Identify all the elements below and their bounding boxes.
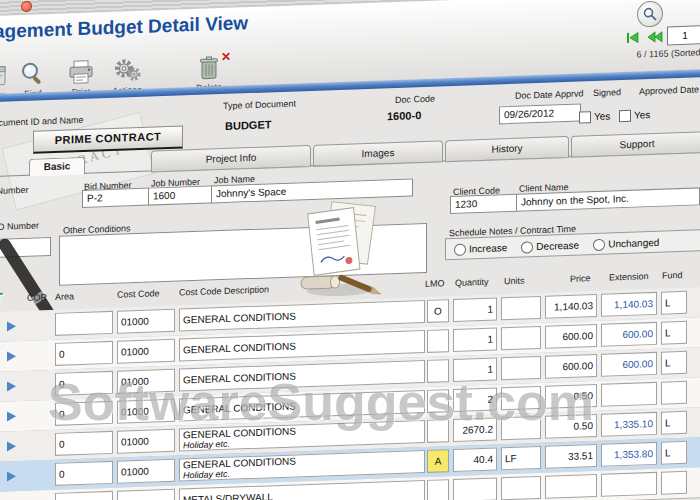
quantity-cell[interactable]: 40.4 xyxy=(453,447,497,472)
col-header-cost-code: Cost Code xyxy=(117,288,160,299)
cost-code-cell[interactable] xyxy=(117,489,175,500)
col-header-lmo: LMO xyxy=(425,278,445,289)
units-cell[interactable]: LF xyxy=(501,446,541,470)
fund-cell[interactable] xyxy=(661,471,687,495)
area-cell[interactable]: 0 xyxy=(55,341,113,366)
col-header-cor: COR xyxy=(27,292,47,303)
lmo-cell[interactable] xyxy=(427,479,449,500)
extension-cell: 1,335.10 xyxy=(601,412,657,437)
fund-cell[interactable]: L xyxy=(661,291,687,315)
lmo-cell[interactable]: A xyxy=(427,449,449,473)
cost-code-cell[interactable]: 01000 xyxy=(117,309,175,334)
col-header-price: Price xyxy=(570,273,591,284)
quantity-cell[interactable] xyxy=(453,477,497,500)
area-cell[interactable] xyxy=(55,491,113,500)
extension-cell xyxy=(601,472,657,497)
previous-record-icon xyxy=(647,30,663,43)
record-number-input[interactable] xyxy=(667,25,700,45)
contract-clipart xyxy=(297,196,383,299)
row-expand-triangle[interactable] xyxy=(7,471,16,481)
find-icon xyxy=(20,60,46,87)
price-cell[interactable]: 33.51 xyxy=(545,444,597,469)
bid-number-field[interactable]: P-2 xyxy=(82,188,150,208)
decrease-radio[interactable] xyxy=(521,241,533,253)
quantity-cell[interactable]: 1 xyxy=(453,327,497,352)
units-cell[interactable] xyxy=(501,476,541,500)
col-header-area: Area xyxy=(55,291,74,302)
window-close-button[interactable] xyxy=(21,1,32,12)
area-cell[interactable]: 0 xyxy=(55,461,113,486)
cost-code-cell[interactable]: 01000 xyxy=(117,429,175,454)
unchanged-radio-label: Unchanged xyxy=(608,237,659,250)
delete-x-icon: ✕ xyxy=(221,50,231,64)
apprvd-checkbox-group: Yes xyxy=(579,106,610,125)
cost-code-cell[interactable]: 01000 xyxy=(117,459,175,484)
extension-cell xyxy=(601,382,657,407)
col-header-extension: Extension xyxy=(609,271,649,282)
description-cell[interactable]: GENERAL CONDITIONS Holiday etc. xyxy=(179,450,425,482)
tab-support[interactable]: Support xyxy=(571,131,700,158)
increase-radio-label: Increase xyxy=(469,242,507,254)
first-record-button[interactable] xyxy=(625,30,643,45)
lmo-cell[interactable]: O xyxy=(427,299,449,323)
col-header-fund: Fund xyxy=(662,270,683,281)
type-of-document-value: BUDGET xyxy=(225,118,271,132)
actions-gears-icon xyxy=(113,57,141,84)
price-cell[interactable]: 1,140.03 xyxy=(545,294,597,319)
extension-cell: 1,353.80 xyxy=(601,442,657,467)
fund-cell[interactable] xyxy=(661,381,687,405)
description-cell[interactable]: GENERAL CONDITIONS xyxy=(179,300,425,332)
doc-id-label: Document ID and Name xyxy=(0,115,84,128)
fund-cell[interactable]: L xyxy=(661,351,687,375)
col-header-quantity: Quantity xyxy=(455,277,489,288)
price-cell[interactable] xyxy=(545,474,597,499)
increase-radio[interactable] xyxy=(454,243,466,255)
cost-code-cell[interactable]: 01000 xyxy=(117,339,175,364)
softwaresuggest-watermark: SoftwareSuggest.com xyxy=(48,372,594,432)
type-of-document-label: Type of Document xyxy=(223,98,296,111)
col-header-units: Units xyxy=(504,275,525,286)
fund-cell[interactable]: L xyxy=(661,411,687,435)
row-expand-triangle[interactable] xyxy=(7,411,16,421)
fund-cell[interactable]: L xyxy=(661,321,687,345)
view-icon xyxy=(0,64,7,89)
quantity-cell[interactable]: 1 xyxy=(453,297,497,322)
increase-radio-item[interactable]: Increase xyxy=(454,238,507,258)
doc-code-value: 1600-0 xyxy=(387,109,421,122)
units-cell[interactable] xyxy=(501,326,541,350)
lmo-cell[interactable] xyxy=(427,329,449,353)
tab-images[interactable]: Images xyxy=(313,140,443,167)
unchanged-radio[interactable] xyxy=(593,238,605,250)
doc-date-field[interactable]: 09/26/2012 xyxy=(499,104,581,125)
client-code-field[interactable]: 1230 xyxy=(450,194,520,214)
apprvd-checkbox[interactable] xyxy=(579,111,591,123)
tab-basic[interactable]: Basic xyxy=(29,157,85,177)
row-expand-triangle[interactable] xyxy=(7,381,16,391)
apprvd-label: Apprvd xyxy=(555,88,584,99)
unchanged-radio-item[interactable]: Unchanged xyxy=(593,233,659,253)
decrease-radio-item[interactable]: Decrease xyxy=(521,236,579,256)
previous-record-button[interactable] xyxy=(646,29,664,44)
delete-trash-icon xyxy=(197,54,221,81)
decrease-radio-label: Decrease xyxy=(536,240,579,252)
add-row-icon[interactable]: + xyxy=(0,284,4,305)
area-cell[interactable] xyxy=(55,311,113,336)
description-cell[interactable]: GENERAL CONDITIONS xyxy=(179,330,425,362)
area-cell[interactable]: 0 xyxy=(55,431,113,456)
tab-history[interactable]: History xyxy=(445,136,569,162)
signed-checkbox[interactable] xyxy=(619,110,631,122)
search-icon xyxy=(643,7,657,21)
price-cell[interactable]: 600.00 xyxy=(545,324,597,349)
signed-checkbox-label: Yes xyxy=(634,109,650,121)
extension-cell: 600.00 xyxy=(601,352,657,377)
row-expand-triangle[interactable] xyxy=(7,321,16,331)
print-icon xyxy=(67,58,95,85)
col-header-description: Cost Code Description xyxy=(179,284,269,297)
signed-label: Signed xyxy=(593,87,621,98)
fund-cell[interactable]: L xyxy=(661,441,687,465)
tab-project-info[interactable]: Project Info xyxy=(151,145,311,173)
row-expand-triangle[interactable] xyxy=(7,351,16,361)
record-navigation xyxy=(625,24,700,47)
units-cell[interactable] xyxy=(501,296,541,320)
row-expand-triangle[interactable] xyxy=(7,441,16,451)
